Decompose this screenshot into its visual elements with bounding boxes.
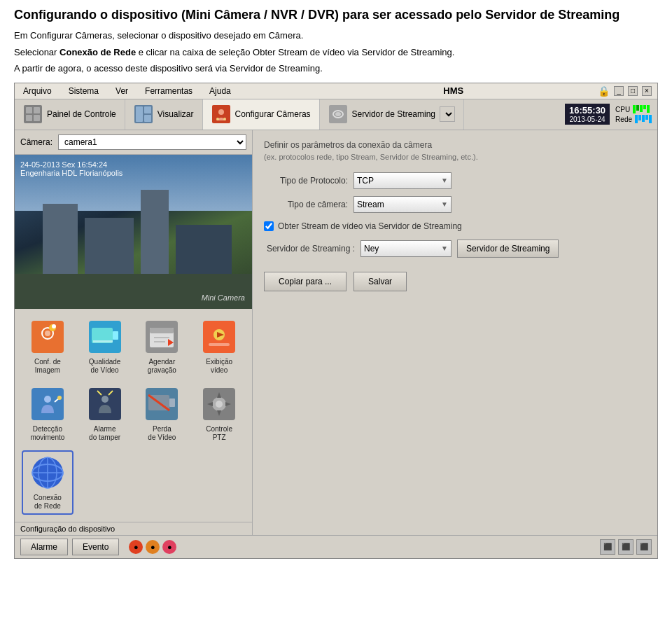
obter-stream-checkbox[interactable] [264,221,274,231]
copy-button[interactable]: Copiar para ... [264,272,346,291]
bottom-right-icons: ⬛ ⬛ ⬛ [600,539,652,555]
time-display: 16:55:30 2013-05-24 [565,104,610,125]
camera-type-select[interactable]: Stream ▼ [354,196,451,213]
svg-rect-8 [144,115,151,122]
svg-rect-35 [31,388,64,420]
qualidade-video-label: Qualidadede Vídeo [89,358,121,375]
camera-selector: Câmera: camera1 [15,130,252,155]
deteccao-movimento-label: Detecçãomovimento [30,425,64,442]
article-para2: Selecionar Conexão de Rede e clicar na c… [14,46,658,60]
protocol-row: Tipo de Protocolo: TCP ▼ [264,172,646,189]
bottom-icon-3[interactable]: ⬛ [636,539,652,555]
toolbar-configurar-label: Configurar Câmeras [235,109,311,119]
deteccao-movimento-icon [29,386,66,422]
protocol-label: Tipo de Protocolo: [264,176,348,186]
building-1 [43,204,78,281]
preview-ground [15,274,252,309]
bottom-icon-1[interactable]: ⬛ [600,539,615,555]
streaming-nav-select[interactable] [440,106,455,122]
toolbar-configurar-btn[interactable]: Configurar Câmeras [203,99,320,130]
icon-grid: Conf. deImagem Qualidadede Vídeo [15,309,252,522]
close-button[interactable]: × [642,86,652,96]
icon-conf-imagem[interactable]: Conf. deImagem [22,316,74,377]
icon-qualidade-video[interactable]: Qualidadede Vídeo [79,316,131,377]
toolbar-streaming-btn[interactable]: Servidor de Streaming [320,99,464,130]
bottom-bar: Alarme Evento ● ● ● ⬛ ⬛ ⬛ [15,535,657,558]
svg-point-10 [218,109,224,115]
icon-deteccao-movimento[interactable]: Detecçãomovimento [22,383,74,445]
menu-ajuda[interactable]: Ajuda [206,85,234,97]
camera-type-row: Tipo de câmera: Stream ▼ [264,196,646,213]
alert-orange-icon[interactable]: ● [146,540,160,554]
streaming-server-button[interactable]: Servidor de Streaming [457,240,559,258]
icon-exibicao-video[interactable]: Exibiçãovídeo [193,316,245,377]
article-para2-suffix: e clicar na caixa de seleção Obter Strea… [136,47,454,57]
protocol-select[interactable]: TCP ▼ [354,172,451,189]
menu-ver[interactable]: Ver [113,85,131,97]
icon-perda-video[interactable]: Perdade Vídeo [136,383,188,445]
article-title: Configurando o dispositivo (Mini Câmera … [14,7,658,23]
preview-company: Engenharia HDL Florianópolis [20,169,122,177]
agendar-gravacao-icon [144,319,180,355]
preview-timestamp: 24-05-2013 Sex 16:54:24 [20,160,122,169]
clock-time: 16:55:30 [569,105,606,116]
svg-rect-16 [31,321,64,353]
maximize-button[interactable]: □ [628,86,638,96]
cpu-bar-1 [633,105,636,113]
svg-point-12 [223,118,226,120]
building-2 [85,218,134,281]
toolbar-clock: 16:55:30 2013-05-24 CPU Rede [559,99,657,130]
rede-bar-5 [649,115,652,123]
camera-label: Câmera: [20,137,52,147]
app-window: Arquivo Sistema Ver Ferramentas Ajuda HM… [14,83,658,559]
icon-conexao-rede[interactable]: Conexãode Rede [22,450,74,515]
alarme-button[interactable]: Alarme [20,539,68,555]
svg-rect-1 [26,107,32,113]
svg-rect-7 [144,106,151,113]
menu-arquivo[interactable]: Arquivo [20,85,55,97]
svg-point-47 [216,401,223,408]
camera-type-arrow-icon: ▼ [441,200,448,208]
rede-bars [635,115,652,123]
menu-ferramentas[interactable]: Ferramentas [142,85,195,97]
toolbar-painel-btn[interactable]: Painel de Controle [15,99,125,130]
cpu-bar-3 [640,105,643,112]
camera-dropdown[interactable]: camera1 [58,134,246,150]
streaming-server-select[interactable]: Ney ▼ [360,240,451,257]
alert-red-icon[interactable]: ● [129,540,143,554]
protocol-arrow-icon: ▼ [441,176,448,184]
toolbar-visualizar-label: Visualizar [158,109,194,119]
building-3 [141,190,169,281]
toolbar-visualizar-btn[interactable]: Visualizar [125,99,203,130]
menu-sistema[interactable]: Sistema [66,85,102,97]
left-panel: Câmera: camera1 24-05-2013 Sex 16:54:24 [15,130,253,535]
alarme-tamper-icon [87,386,123,422]
cpu-bar-4 [643,105,646,109]
svg-point-36 [44,396,51,403]
streaming-server-value: Ney [364,244,379,254]
icon-agendar-gravacao[interactable]: Agendargravação [136,316,188,377]
article-para2-link: Conexão de Rede [59,47,136,57]
camera-type-value: Stream [357,200,384,209]
alert-pink-icon[interactable]: ● [162,540,176,554]
svg-rect-39 [89,388,121,420]
icon-controle-ptz[interactable]: ControlePTZ [193,383,245,445]
conf-imagem-icon [29,319,66,355]
evento-button[interactable]: Evento [72,539,119,555]
rede-label: Rede [615,116,632,123]
minimize-button[interactable]: _ [614,86,624,96]
visualizar-icon [134,104,153,124]
article-para2-prefix: Selecionar [14,47,59,57]
qualidade-video-icon [87,319,123,355]
menu-bar-left: Arquivo Sistema Ver Ferramentas Ajuda [20,85,309,97]
perda-video-icon [144,386,180,422]
svg-point-40 [102,396,108,403]
icon-alarme-tamper[interactable]: Alarmedo tamper [79,383,131,445]
right-panel: Definir os parâmetros da conexão da câme… [253,130,657,535]
save-button[interactable]: Salvar [354,272,407,291]
rede-bar-4 [645,115,648,120]
window-controls: 🔒 _ □ × [598,85,652,97]
bottom-icon-2[interactable]: ⬛ [618,539,634,555]
svg-rect-43 [169,398,175,407]
toolbar-streaming-label: Servidor de Streaming [352,109,435,119]
